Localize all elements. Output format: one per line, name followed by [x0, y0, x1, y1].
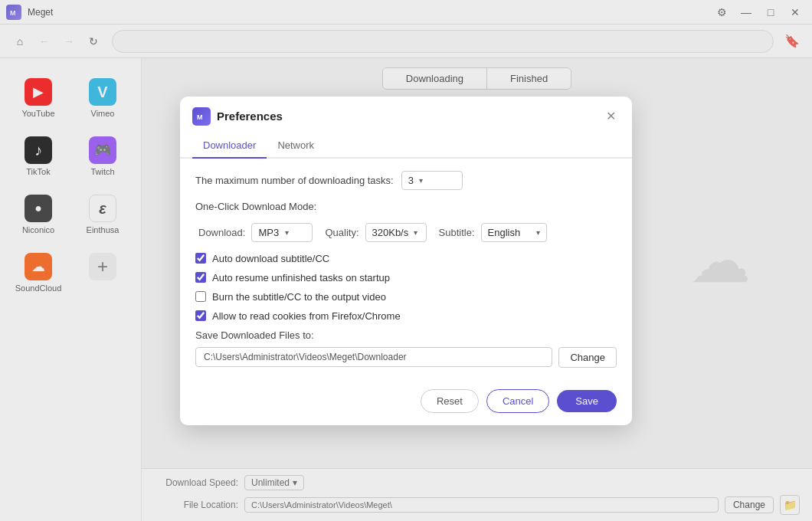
file-path-row: Change: [195, 347, 617, 368]
modal-header: M Preferences ✕: [180, 97, 632, 126]
allow-cookies-label[interactable]: Allow to read cookies from Firefox/Chrom…: [212, 310, 401, 322]
one-click-label: One-Click Download Mode:: [195, 201, 316, 212]
max-tasks-select[interactable]: 1 2 3 4 5: [408, 175, 414, 186]
max-tasks-label: The maximum number of downloading tasks:: [195, 175, 394, 186]
max-tasks-chevron: ▾: [419, 176, 423, 185]
quality-chevron: ▾: [414, 228, 417, 237]
cancel-button[interactable]: Cancel: [486, 389, 549, 413]
max-tasks-row: The maximum number of downloading tasks:…: [195, 171, 617, 190]
burn-subtitle-checkbox[interactable]: [195, 291, 206, 302]
svg-text:M: M: [197, 113, 203, 121]
download-select[interactable]: MP3 MP4 MKV: [258, 227, 280, 238]
modal-logo: M: [192, 107, 211, 126]
allow-cookies-checkbox[interactable]: [195, 310, 206, 321]
checkbox-auto-resume: Auto resume unfinished tasks on startup: [195, 272, 617, 283]
tab-downloader[interactable]: Downloader: [192, 133, 267, 159]
modal-footer: Reset Cancel Save: [180, 380, 632, 425]
auto-subtitle-label[interactable]: Auto download subtitle/CC: [212, 253, 329, 264]
download-dropdown[interactable]: MP3 MP4 MKV ▾: [251, 223, 313, 242]
download-chevron: ▾: [285, 228, 289, 237]
preferences-modal: M Preferences ✕ Downloader Network The m…: [180, 97, 632, 425]
save-button[interactable]: Save: [557, 390, 617, 412]
download-field-group: Download: MP3 MP4 MKV ▾: [198, 223, 313, 242]
save-to-label: Save Downloaded Files to:: [195, 329, 617, 341]
quality-field-label: Quality:: [325, 227, 359, 238]
modal-backdrop: M Preferences ✕ Downloader Network The m…: [0, 0, 812, 521]
one-click-fields: Download: MP3 MP4 MKV ▾ Quality:: [198, 223, 617, 242]
file-path-input[interactable]: [195, 347, 552, 367]
checkbox-allow-cookies: Allow to read cookies from Firefox/Chrom…: [195, 310, 617, 322]
modal-tabs: Downloader Network: [180, 133, 632, 159]
checkbox-auto-subtitle: Auto download subtitle/CC: [195, 253, 617, 264]
modal-body: The maximum number of downloading tasks:…: [180, 159, 632, 380]
quality-dropdown[interactable]: 128Kb/s 192Kb/s 320Kb/s ▾: [365, 223, 427, 242]
auto-resume-checkbox[interactable]: [195, 272, 206, 283]
reset-button[interactable]: Reset: [421, 389, 479, 413]
change-path-button[interactable]: Change: [558, 347, 617, 368]
subtitle-chevron: ▾: [536, 228, 540, 237]
one-click-row: One-Click Download Mode:: [195, 201, 617, 212]
auto-resume-label[interactable]: Auto resume unfinished tasks on startup: [212, 272, 390, 283]
quality-field-group: Quality: 128Kb/s 192Kb/s 320Kb/s ▾: [325, 223, 426, 242]
max-tasks-dropdown[interactable]: 1 2 3 4 5 ▾: [401, 171, 463, 190]
modal-close-button[interactable]: ✕: [601, 107, 620, 126]
subtitle-select[interactable]: English Chinese Japanese Off: [488, 227, 532, 238]
subtitle-field-group: Subtitle: English Chinese Japanese Off ▾: [439, 223, 547, 242]
modal-title: Preferences: [217, 110, 595, 123]
quality-select[interactable]: 128Kb/s 192Kb/s 320Kb/s: [372, 227, 409, 238]
auto-subtitle-checkbox[interactable]: [195, 253, 206, 264]
tab-network[interactable]: Network: [267, 133, 325, 159]
subtitle-dropdown[interactable]: English Chinese Japanese Off ▾: [481, 223, 547, 242]
subtitle-field-label: Subtitle:: [439, 227, 475, 238]
burn-subtitle-label[interactable]: Burn the subtitle/CC to the output video: [212, 291, 386, 303]
download-field-label: Download:: [198, 227, 245, 238]
checkbox-burn-subtitle: Burn the subtitle/CC to the output video: [195, 291, 617, 303]
